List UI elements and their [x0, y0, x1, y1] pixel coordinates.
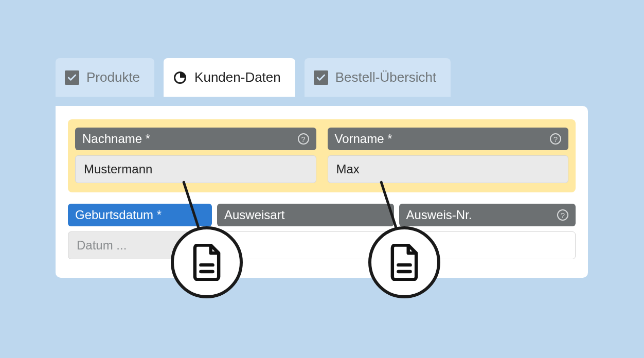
lastname-input[interactable]: Mustermann — [75, 155, 316, 183]
field-idtype: Ausweisart — [217, 204, 394, 259]
idtype-label-text: Ausweisart — [224, 209, 284, 221]
field-firstname-label: Vorname * ? — [328, 128, 569, 150]
required-marker: * — [157, 208, 162, 222]
stage: Produkte Kunden-Daten Bestell-Übersicht — [0, 0, 644, 358]
firstname-input[interactable]: Max — [328, 155, 569, 183]
progress-pie-icon — [173, 70, 187, 85]
idtype-input[interactable] — [217, 231, 394, 259]
required-marker: * — [387, 132, 392, 146]
required-marker: * — [146, 132, 150, 146]
help-icon[interactable]: ? — [298, 133, 309, 145]
help-icon[interactable]: ? — [557, 209, 568, 221]
document-callout-icon — [368, 226, 440, 298]
tab-customer-data[interactable]: Kunden-Daten — [164, 58, 295, 97]
tab-products[interactable]: Produkte — [56, 58, 154, 97]
tabs-row: Produkte Kunden-Daten Bestell-Übersicht — [56, 58, 451, 97]
field-lastname-label: Nachname * ? — [75, 128, 316, 150]
form-panel: Nachname * ? Mustermann Vorname * ? Max — [56, 106, 588, 278]
highlighted-name-group: Nachname * ? Mustermann Vorname * ? Max — [68, 119, 576, 192]
idnumber-label-text: Ausweis-Nr. — [406, 209, 472, 221]
tab-order-overview-label: Bestell-Übersicht — [335, 69, 437, 85]
field-lastname: Nachname * ? Mustermann — [75, 128, 316, 183]
field-idtype-label: Ausweisart — [217, 204, 394, 226]
field-firstname: Vorname * ? Max — [328, 128, 569, 183]
check-icon — [65, 70, 79, 85]
document-callout-icon — [171, 226, 243, 298]
tab-order-overview[interactable]: Bestell-Übersicht — [305, 58, 451, 97]
help-icon[interactable]: ? — [550, 133, 561, 145]
id-row: Geburtsdatum * Datum ... Ausweisart Ausw… — [68, 204, 576, 259]
birthdate-label-text: Geburtsdatum — [75, 208, 153, 222]
firstname-label-text: Vorname — [335, 132, 384, 146]
field-idnumber-label: Ausweis-Nr. ? — [399, 204, 576, 226]
lastname-label-text: Nachname — [82, 132, 142, 146]
tab-customer-data-label: Kunden-Daten — [194, 69, 281, 85]
check-icon — [314, 70, 328, 85]
tab-products-label: Produkte — [86, 69, 140, 85]
